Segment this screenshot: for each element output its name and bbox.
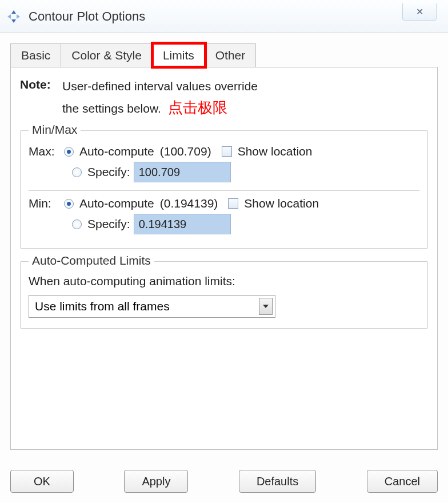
min-show-location-checkbox[interactable] <box>228 198 238 209</box>
min-auto-value: (0.194139) <box>160 197 218 210</box>
content-area: Basic Color & Style Limits Other Note: U… <box>0 33 448 450</box>
min-show-location-label: Show location <box>244 197 319 210</box>
max-specify-radio[interactable] <box>72 167 82 177</box>
ok-button[interactable]: OK <box>10 470 74 493</box>
min-specify-label: Specify: <box>87 217 130 231</box>
tab-color-style[interactable]: Color & Style <box>61 43 153 67</box>
tab-other[interactable]: Other <box>205 43 257 67</box>
max-show-location-checkbox[interactable] <box>222 146 232 157</box>
note-label: Note: <box>20 78 54 94</box>
min-specify-radio[interactable] <box>72 219 82 229</box>
defaults-button[interactable]: Defaults <box>239 470 316 493</box>
min-auto-label: Auto-compute <box>79 197 154 210</box>
max-auto-value: (100.709) <box>160 145 211 158</box>
button-row: OK Apply Defaults Cancel <box>10 470 438 493</box>
svg-marker-1 <box>11 19 16 23</box>
tab-limits[interactable]: Limits <box>153 43 205 67</box>
apply-button[interactable]: Apply <box>124 470 188 493</box>
max-specify-input[interactable] <box>134 162 231 182</box>
svg-marker-2 <box>7 14 11 19</box>
auto-limits-prompt: When auto-computing animation limits: <box>29 274 419 288</box>
auto-limits-legend: Auto-Computed Limits <box>29 254 154 268</box>
svg-marker-0 <box>11 10 16 14</box>
title-bar: Contour Plot Options <box>0 0 448 33</box>
svg-marker-3 <box>17 14 20 19</box>
svg-marker-4 <box>263 305 269 308</box>
min-specify-input[interactable] <box>134 214 231 234</box>
max-auto-label: Auto-compute <box>79 145 154 158</box>
cancel-button[interactable]: Cancel <box>367 470 438 493</box>
min-specify-row: Specify: <box>72 214 419 234</box>
note-text-line2-row: the settings below. 点击极限 <box>62 98 428 118</box>
tab-row: Basic Color & Style Limits Other <box>10 43 438 67</box>
app-icon <box>6 9 22 25</box>
max-specify-row: Specify: <box>72 162 419 182</box>
note-text-line1: User-defined interval values override <box>62 78 258 94</box>
minmax-legend: Min/Max <box>29 123 81 137</box>
max-label: Max: <box>29 145 64 158</box>
max-specify-label: Specify: <box>87 165 130 179</box>
close-icon: ✕ <box>416 6 423 17</box>
max-auto-row: Max: Auto-compute (100.709) Show locatio… <box>29 145 419 158</box>
min-auto-radio[interactable] <box>64 199 74 209</box>
max-auto-radio[interactable] <box>64 147 74 157</box>
window-title: Contour Plot Options <box>29 9 145 24</box>
minmax-fieldset: Min/Max Max: Auto-compute (100.709) Show… <box>20 130 428 249</box>
auto-limits-select[interactable]: Use limits from all frames <box>29 295 275 318</box>
annotation-overlay: 点击极限 <box>168 98 227 118</box>
max-show-location-label: Show location <box>238 145 313 158</box>
auto-limits-selected: Use limits from all frames <box>35 300 170 313</box>
dialog-window: Contour Plot Options ✕ Basic Color & Sty… <box>0 0 448 503</box>
note-text-line2: the settings below. <box>62 102 161 115</box>
chevron-down-icon <box>259 298 273 315</box>
close-button[interactable]: ✕ <box>402 3 437 21</box>
min-auto-row: Min: Auto-compute (0.194139) Show locati… <box>29 197 419 210</box>
min-label: Min: <box>29 197 64 210</box>
auto-limits-fieldset: Auto-Computed Limits When auto-computing… <box>20 261 428 329</box>
note-row: Note: User-defined interval values overr… <box>20 78 428 94</box>
tab-basic[interactable]: Basic <box>10 43 61 67</box>
minmax-divider <box>29 190 419 191</box>
tab-panel: Note: User-defined interval values overr… <box>10 67 438 450</box>
